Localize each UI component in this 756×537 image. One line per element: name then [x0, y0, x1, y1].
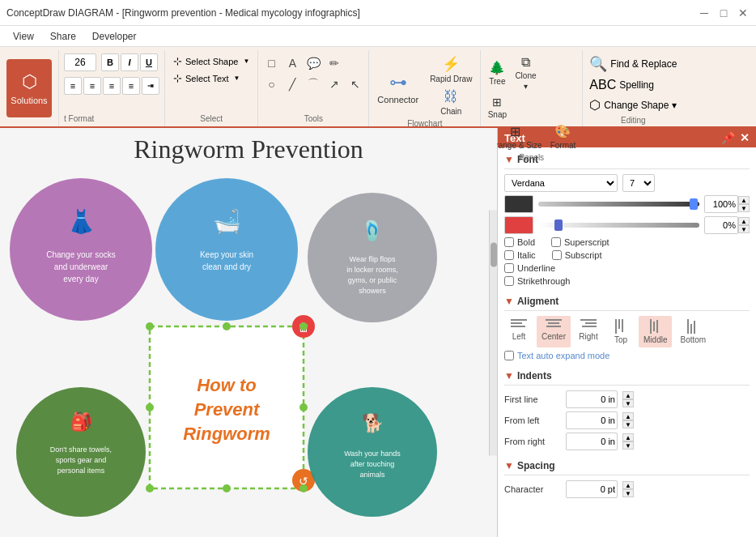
- spacing-section-header[interactable]: ▼ Spacing: [504, 460, 750, 475]
- select-shape-dropdown[interactable]: ▼: [243, 58, 249, 65]
- pointer-tool[interactable]: ↖: [346, 75, 365, 94]
- clone-btn[interactable]: ⧉ Clone▾: [512, 53, 539, 92]
- font-size-input[interactable]: [64, 53, 96, 71]
- select-shape-btn[interactable]: ⊹ Select Shape ▼: [170, 53, 253, 69]
- first-line-down[interactable]: ▼: [622, 399, 634, 407]
- underline-btn[interactable]: U: [140, 53, 158, 71]
- character-row: Character ▲ ▼: [504, 480, 750, 498]
- font-size-select[interactable]: 7: [622, 174, 655, 192]
- chain-btn[interactable]: ⛓ Chain: [427, 87, 475, 117]
- character-input[interactable]: [566, 480, 618, 498]
- align-right-btn[interactable]: ≡: [103, 77, 121, 95]
- pin-icon[interactable]: 📌: [721, 131, 735, 144]
- align-bottom-btn[interactable]: Bottom: [675, 316, 711, 347]
- menu-view[interactable]: View: [6, 29, 40, 44]
- circle-tool[interactable]: ○: [261, 75, 281, 94]
- format-btn[interactable]: 🎨 Format: [547, 122, 580, 151]
- arrow-tool[interactable]: ↗: [325, 75, 344, 94]
- close-btn[interactable]: ✕: [737, 6, 750, 19]
- svg-text:Don't share towels,: Don't share towels,: [50, 445, 112, 454]
- opacity-slider[interactable]: [538, 202, 699, 207]
- svg-text:🛁: 🛁: [213, 208, 241, 235]
- maximize-btn[interactable]: □: [717, 6, 730, 19]
- spelling-btn[interactable]: ABC Spelling: [586, 76, 680, 94]
- align-middle-btn[interactable]: Middle: [639, 316, 672, 347]
- connector-btn[interactable]: ⊶ Connector: [374, 59, 422, 117]
- italic-btn[interactable]: I: [121, 53, 138, 71]
- svg-text:and underwear: and underwear: [54, 262, 108, 271]
- underline-checkbox[interactable]: [504, 263, 514, 273]
- svg-point-20: [146, 322, 154, 330]
- align-center-btn[interactable]: Center: [537, 316, 571, 347]
- curve-tool[interactable]: ⌒: [304, 75, 323, 94]
- slider2-up[interactable]: ▲: [738, 217, 750, 225]
- superscript-checkbox-row: Superscript: [551, 237, 609, 247]
- canvas-area[interactable]: Ringworm Prevention 👗 Change your socks …: [0, 128, 497, 537]
- select-text-btn[interactable]: ⊹ Select Text ▼: [170, 70, 253, 86]
- from-right-input[interactable]: [566, 433, 618, 450]
- panel-close-btn[interactable]: ✕: [740, 131, 750, 144]
- color-slider-row1: ▲ ▼: [504, 195, 750, 213]
- infographic-title: Ringworm Prevention: [0, 134, 497, 164]
- first-line-input[interactable]: [566, 390, 618, 408]
- rapid-draw-btn[interactable]: ⚡ Rapid Draw: [427, 53, 475, 85]
- text-panel: Text 📌 ✕ ▼ Font Verdana: [497, 128, 756, 537]
- align-left-btn[interactable]: ≡: [64, 77, 82, 95]
- opacity-up[interactable]: ▲: [738, 196, 750, 204]
- text-tool[interactable]: A: [282, 53, 302, 73]
- svg-text:Wear flip flops: Wear flip flops: [350, 255, 396, 263]
- indents-section-header[interactable]: ▼ Indents: [504, 370, 750, 386]
- alignment-grid: Left Center: [504, 316, 750, 347]
- line-tool[interactable]: ╱: [282, 75, 302, 94]
- minimize-btn[interactable]: ─: [698, 6, 711, 19]
- opacity-down[interactable]: ▼: [738, 204, 750, 212]
- superscript-checkbox[interactable]: [551, 237, 561, 247]
- callout-tool[interactable]: 💬: [304, 53, 323, 73]
- svg-text:👗: 👗: [67, 208, 96, 235]
- slider2[interactable]: [538, 223, 699, 228]
- bold-checkbox[interactable]: [504, 237, 514, 247]
- from-left-up[interactable]: ▲: [622, 412, 634, 420]
- rect-tool[interactable]: □: [261, 53, 281, 73]
- slider2-input[interactable]: [704, 216, 738, 234]
- slider2-down[interactable]: ▼: [738, 225, 750, 233]
- text-color-select[interactable]: [504, 195, 533, 213]
- justify-btn[interactable]: ≡: [122, 77, 140, 95]
- svg-point-27: [299, 484, 308, 492]
- alignment-section-header[interactable]: ▼ Aligment: [504, 296, 750, 311]
- from-right-up[interactable]: ▲: [622, 433, 634, 441]
- subscript-checkbox[interactable]: [552, 250, 562, 260]
- align-right-btn-panel[interactable]: Right: [574, 316, 603, 347]
- font-family-select[interactable]: Verdana: [504, 174, 618, 192]
- svg-text:gyms, or public: gyms, or public: [348, 276, 397, 284]
- italic-checkbox[interactable]: [504, 250, 514, 260]
- from-left-input[interactable]: [566, 411, 618, 429]
- first-line-up[interactable]: ▲: [622, 391, 634, 399]
- select-text-dropdown[interactable]: ▼: [234, 75, 240, 82]
- align-top-btn[interactable]: Top: [606, 316, 635, 347]
- from-left-down[interactable]: ▼: [622, 420, 634, 428]
- character-up[interactable]: ▲: [622, 481, 634, 489]
- change-shape-btn[interactable]: ⬡ Change Shape▾: [586, 96, 680, 114]
- align-center-btn[interactable]: ≡: [83, 77, 101, 95]
- menu-developer[interactable]: Developer: [86, 29, 143, 44]
- tree-btn[interactable]: 🌲 Tree: [484, 53, 510, 92]
- svg-point-25: [146, 484, 154, 492]
- align-left-btn[interactable]: Left: [504, 316, 533, 347]
- first-line-spinners: ▲ ▼: [622, 391, 634, 407]
- bg-color-select[interactable]: [504, 216, 533, 234]
- menu-share[interactable]: Share: [44, 29, 83, 44]
- strikethrough-checkbox-row: Strikethrough: [504, 276, 750, 286]
- opacity-input[interactable]: [704, 195, 738, 213]
- pen-tool[interactable]: ✏: [325, 53, 344, 73]
- from-right-down[interactable]: ▼: [622, 441, 634, 450]
- snap-btn[interactable]: ⊞ Snap: [484, 94, 510, 121]
- bold-btn[interactable]: B: [101, 53, 119, 71]
- solutions-button[interactable]: ⬡ Solutions: [6, 59, 52, 117]
- strikethrough-checkbox[interactable]: [504, 276, 514, 286]
- auto-expand-checkbox[interactable]: [504, 351, 514, 360]
- find-replace-btn[interactable]: 🔍 Find & Replace: [586, 53, 680, 75]
- svg-point-5: [155, 178, 298, 321]
- indent-btn[interactable]: ⇥: [142, 77, 159, 95]
- character-down[interactable]: ▼: [622, 489, 634, 497]
